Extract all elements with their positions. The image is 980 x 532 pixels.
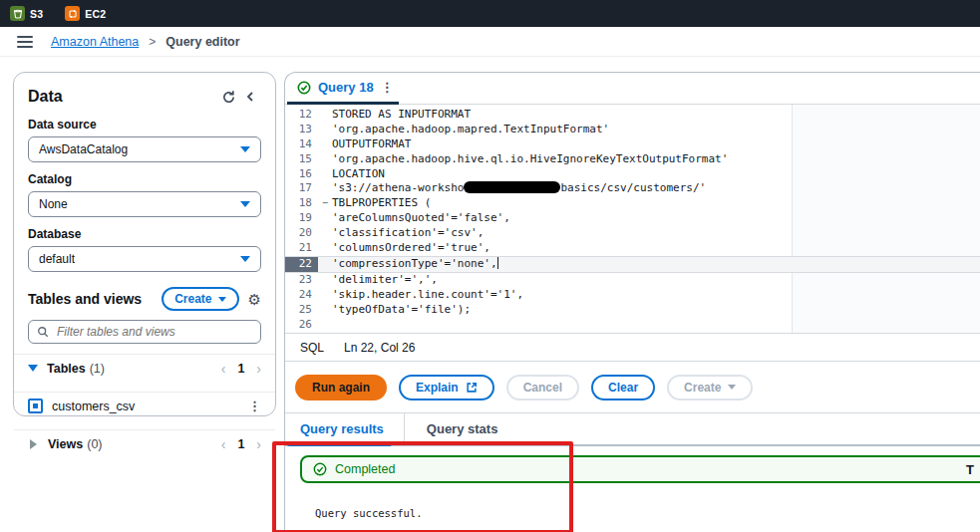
text-cursor <box>497 257 498 269</box>
tables-group-row[interactable]: Tables (1) ‹ 1 › <box>14 355 275 382</box>
code-text: 'columnsOrdered'='true', <box>332 241 490 256</box>
database-label: Database <box>28 227 261 241</box>
code-lines: 12STORED AS INPUTFORMAT13'org.apache.had… <box>285 108 980 332</box>
button-label: Create <box>684 381 721 395</box>
collapse-panel-icon[interactable] <box>239 86 261 108</box>
fold-toggle-icon[interactable]: − <box>318 196 332 211</box>
tab-label: Query results <box>300 421 384 436</box>
chevron-down-icon <box>728 385 736 390</box>
query-editor-panel: Query 18 ⋮ 12STORED AS INPUTFORMAT13'org… <box>284 72 980 532</box>
code-line[interactable]: 25'typeOfData'='file'); <box>285 303 980 318</box>
group-label: Tables <box>47 362 86 376</box>
line-number: 26 <box>285 318 318 333</box>
language-indicator: SQL <box>300 341 324 355</box>
page-number: 1 <box>237 362 244 376</box>
check-circle-icon <box>297 81 311 95</box>
breadcrumb-app-link[interactable]: Amazon Athena <box>51 35 139 49</box>
collapsed-arrow-icon[interactable] <box>30 439 37 449</box>
chevron-down-icon <box>240 201 250 207</box>
line-number: 21 <box>285 241 318 256</box>
data-source-select[interactable]: AwsDataCatalog <box>28 136 261 162</box>
athena-query-editor-screen: S3 EC2 Amazon Athena > Query editor Data… <box>0 0 980 532</box>
create-button-label: Create <box>174 292 211 306</box>
gear-icon[interactable]: ⚙ <box>248 292 261 307</box>
database-select[interactable]: default <box>28 246 261 272</box>
cursor-position: Ln 22, Col 26 <box>344 341 415 355</box>
refresh-icon[interactable] <box>217 86 239 108</box>
code-line[interactable]: 13'org.apache.hadoop.mapred.TextInputFor… <box>285 123 980 137</box>
expand-arrow-icon[interactable] <box>28 365 38 372</box>
tab-query-results[interactable]: Query results <box>285 413 404 444</box>
filter-tables-input[interactable] <box>55 324 252 340</box>
data-source-label: Data source <box>28 118 261 132</box>
status-badge: Completed <box>335 462 395 476</box>
results-tab-bar: Query results Query stats <box>285 413 980 446</box>
code-text: 'skip.header.line.count'='1', <box>332 288 523 303</box>
code-line[interactable]: 12STORED AS INPUTFORMAT <box>285 108 980 123</box>
create-dropdown-button[interactable]: Create <box>667 375 753 400</box>
catalog-label: Catalog <box>28 172 261 186</box>
s3-icon <box>10 6 25 21</box>
page-prev-icon[interactable]: ‹ <box>221 361 226 377</box>
editor-status-bar: SQL Ln 22, Col 26 <box>285 334 980 362</box>
tables-and-views-title: Tables and views <box>28 291 162 307</box>
clear-button[interactable]: Clear <box>591 375 655 400</box>
code-line[interactable]: 21'columnsOrdered'='true', <box>285 241 980 256</box>
views-group-row[interactable]: Views (0) ‹ 1 › <box>14 430 275 457</box>
filter-tables-input-wrap <box>28 320 261 344</box>
page-number: 1 <box>237 437 244 451</box>
explain-button[interactable]: Explain <box>399 375 494 400</box>
external-link-icon <box>466 382 478 394</box>
line-number: 14 <box>285 137 318 152</box>
page-prev-icon[interactable]: ‹ <box>221 436 226 452</box>
breadcrumb: Amazon Athena > Query editor <box>0 27 980 57</box>
button-label: Cancel <box>523 381 562 395</box>
code-line[interactable]: 19'areColumnsQuoted'='false', <box>285 211 980 226</box>
code-line[interactable]: 26 <box>285 318 980 333</box>
line-number: 18 <box>285 196 318 211</box>
line-number: 20 <box>285 226 318 241</box>
kebab-menu-icon[interactable]: ⋮ <box>248 399 261 413</box>
code-text: 'classification'='csv', <box>332 226 484 241</box>
group-label: Views <box>48 437 83 451</box>
code-line[interactable]: 20'classification'='csv', <box>285 226 980 241</box>
tab-kebab-menu-icon[interactable]: ⋮ <box>381 80 394 95</box>
truncated-banner-text: T <box>966 462 974 477</box>
chevron-down-icon <box>240 256 250 262</box>
cancel-button[interactable]: Cancel <box>506 375 579 400</box>
aws-console-topbar: S3 EC2 <box>0 0 980 27</box>
table-item-label: customers_csv <box>52 399 135 413</box>
shortcut-ec2[interactable]: EC2 <box>65 6 106 21</box>
tab-query-stats[interactable]: Query stats <box>404 413 518 444</box>
line-number: 17 <box>285 181 318 196</box>
code-line[interactable]: 16LOCATION <box>285 167 980 182</box>
sql-code-editor[interactable]: 12STORED AS INPUTFORMAT13'org.apache.had… <box>285 105 980 334</box>
catalog-select[interactable]: None <box>28 191 261 217</box>
code-text: LOCATION <box>332 167 385 182</box>
button-label: Explain <box>416 381 459 395</box>
code-line[interactable]: 23'delimiter'=',', <box>285 273 980 288</box>
line-number: 12 <box>285 108 318 123</box>
hamburger-menu-icon[interactable] <box>17 36 33 48</box>
line-number: 15 <box>285 152 318 167</box>
code-line[interactable]: 14OUTPUTFORMAT <box>285 137 980 152</box>
page-next-icon[interactable]: › <box>256 361 261 377</box>
run-again-button[interactable]: Run again <box>295 375 387 400</box>
line-number: 13 <box>285 123 318 137</box>
tab-query-18[interactable]: Query 18 ⋮ <box>285 73 404 95</box>
table-item-customers-csv[interactable]: customers_csv ⋮ <box>14 393 275 419</box>
page-next-icon[interactable]: › <box>256 436 261 452</box>
code-text: 's3://athena-workshobasics/csv/customers… <box>332 181 706 196</box>
create-button[interactable]: Create <box>162 287 238 311</box>
code-text: 'areColumnsQuoted'='false', <box>332 211 510 226</box>
code-line[interactable]: 17's3://athena-workshobasics/csv/custome… <box>285 181 980 196</box>
code-line[interactable]: 22'compressionType'='none', <box>285 256 980 273</box>
table-icon <box>28 399 43 413</box>
shortcut-s3[interactable]: S3 <box>10 6 43 21</box>
code-line[interactable]: 15'org.apache.hadoop.hive.ql.io.HiveIgno… <box>285 152 980 167</box>
code-line[interactable]: 24'skip.header.line.count'='1', <box>285 288 980 303</box>
button-label: Clear <box>608 381 638 395</box>
code-line[interactable]: 18−TBLPROPERTIES ( <box>285 196 980 211</box>
code-text: STORED AS INPUTFORMAT <box>332 108 471 123</box>
shortcut-label: EC2 <box>85 8 106 20</box>
